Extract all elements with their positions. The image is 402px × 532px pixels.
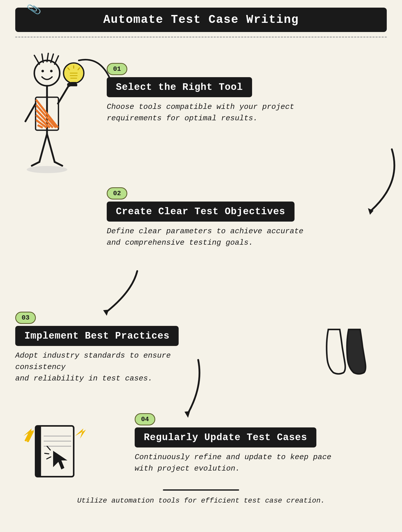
svg-line-21	[47, 134, 55, 162]
page-title: Automate Test Case Writing	[103, 13, 299, 26]
svg-rect-39	[36, 426, 74, 477]
svg-point-7	[50, 70, 53, 72]
step-1-badge: 01	[107, 63, 127, 75]
svg-line-17	[25, 104, 36, 121]
step-1-container: 01 Select the Right Tool Choose tools co…	[107, 63, 335, 124]
step-3-title-box: Implement Best Practices	[15, 326, 179, 346]
clip-icon: 📎	[26, 2, 42, 18]
svg-rect-40	[36, 426, 41, 477]
svg-point-6	[41, 70, 44, 72]
svg-line-16	[38, 125, 43, 128]
step-2-badge: 02	[107, 187, 127, 200]
footer-divider	[163, 489, 239, 491]
svg-marker-48	[75, 428, 86, 439]
step-4-description: Continuously refine and update to keep p…	[135, 452, 363, 474]
svg-line-22	[32, 162, 39, 166]
step-1-description: Choose tools compatible with your projec…	[107, 101, 335, 124]
content-area: 01 Select the Right Tool Choose tools co…	[0, 38, 402, 525]
step-2-container: 02 Create Clear Test Objectives Define c…	[107, 187, 335, 248]
step-1-title: Select the Right Tool	[116, 82, 243, 93]
page-container: 📎 Automate Test Case Writing	[0, 8, 402, 532]
step-3-title: Implement Best Practices	[24, 330, 169, 341]
footer-text: Utilize automation tools for efficient t…	[0, 497, 402, 505]
step-2-title-box: Create Clear Test Objectives	[107, 202, 295, 222]
svg-line-46	[45, 453, 49, 454]
step-3-badge: 03	[15, 312, 36, 324]
step-4-badge: 04	[135, 413, 155, 425]
step-4-title: Regularly Update Test Cases	[144, 432, 307, 443]
svg-line-18	[58, 86, 69, 104]
boots-illustration	[321, 322, 377, 394]
svg-line-20	[39, 134, 47, 162]
step-1-title-box: Select the Right Tool	[107, 77, 252, 97]
step-4-title-box: Regularly Update Test Cases	[135, 427, 316, 447]
step-2-description: Define clear parameters to achieve accur…	[107, 226, 335, 248]
book-illustration	[20, 416, 86, 488]
header-bar: 📎 Automate Test Case Writing	[15, 8, 387, 32]
svg-point-5	[34, 60, 60, 86]
step-4-container: 04 Regularly Update Test Cases Continuou…	[135, 413, 363, 474]
svg-point-24	[27, 166, 67, 173]
step-2-title: Create Clear Test Objectives	[116, 206, 285, 217]
footer: Utilize automation tools for efficient t…	[0, 489, 402, 505]
svg-line-23	[55, 162, 62, 166]
